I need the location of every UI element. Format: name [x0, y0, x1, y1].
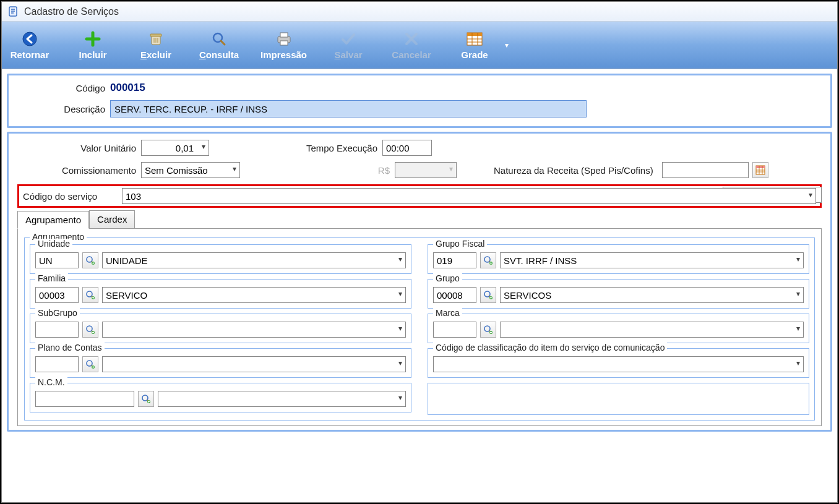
search-plus-icon: [483, 255, 493, 265]
svg-point-14: [87, 291, 92, 297]
tab-agrupamento[interactable]: Agrupamento: [17, 211, 89, 229]
excluir-button[interactable]: Excluir: [134, 30, 178, 60]
search-plus-icon: [85, 255, 95, 265]
familia-group: Familia: [30, 279, 411, 309]
valor-unitario-input[interactable]: [141, 140, 209, 156]
grupo-lookup-button[interactable]: [480, 287, 496, 303]
ncm-legend: N.C.M.: [35, 377, 67, 387]
plano-contas-legend: Plano de Contas: [35, 343, 105, 352]
svg-point-18: [87, 361, 92, 366]
codigo-label: Código: [17, 83, 110, 93]
subgrupo-group: SubGrupo: [30, 314, 411, 343]
plano-contas-code-input[interactable]: [35, 356, 79, 372]
window-title: Cadastro de Serviços: [24, 6, 119, 17]
retornar-button[interactable]: Retornar: [8, 30, 51, 60]
tempo-execucao-input[interactable]: [382, 140, 432, 156]
subgrupo-code-input[interactable]: [35, 322, 79, 338]
svg-point-20: [142, 395, 148, 401]
subgrupo-lookup-button[interactable]: [82, 322, 98, 338]
familia-code-input[interactable]: [35, 287, 79, 303]
natureza-input[interactable]: [662, 162, 749, 178]
cod-classif-select[interactable]: [433, 356, 804, 372]
comissionamento-label: Comissionamento: [17, 165, 141, 176]
grupo-fiscal-desc-select[interactable]: [500, 252, 804, 268]
marca-desc-select[interactable]: [500, 322, 804, 338]
grupo-code-input[interactable]: [433, 287, 476, 303]
rs-label: R$: [240, 165, 395, 176]
plano-contas-lookup-button[interactable]: [82, 356, 98, 372]
header-panel: Código 000015 Descrição: [7, 74, 832, 128]
svg-rect-7: [280, 41, 288, 45]
grupo-fiscal-code-input[interactable]: [433, 252, 476, 268]
salvar-button: Salvar: [327, 30, 370, 60]
svg-rect-9: [467, 33, 482, 36]
empty-group: [428, 383, 809, 415]
valor-unitario-label: Valor Unitário: [17, 143, 141, 153]
tempo-execucao-label: Tempo Execução: [209, 143, 382, 153]
comissionamento-select[interactable]: [141, 162, 240, 178]
codigo-servico-label: Código do serviço: [23, 191, 122, 202]
tab-cardex[interactable]: Cardex: [89, 210, 135, 228]
content: Código 000015 Descrição Valor Unitário T…: [2, 69, 837, 440]
marca-group: Marca: [428, 314, 809, 343]
unidade-desc-select[interactable]: [102, 252, 406, 268]
ncm-code-input[interactable]: [35, 391, 134, 407]
app-icon: [8, 6, 19, 17]
toolbar: Retornar Incluir Excluir Consulta Impres…: [2, 22, 837, 69]
codigo-servico-select[interactable]: [122, 188, 816, 204]
natureza-lookup-button[interactable]: [752, 162, 768, 178]
back-icon: [21, 30, 38, 48]
grade-button[interactable]: Grade: [453, 30, 496, 60]
search-icon: [210, 30, 228, 48]
svg-point-22: [484, 257, 490, 262]
ncm-desc-select[interactable]: [158, 391, 406, 407]
plano-contas-desc-select[interactable]: [102, 356, 406, 372]
marca-code-input[interactable]: [433, 322, 476, 338]
descricao-label: Descrição: [17, 104, 110, 114]
svg-point-12: [87, 257, 92, 262]
ncm-lookup-button[interactable]: [138, 391, 154, 407]
svg-point-26: [484, 326, 490, 331]
natureza-label: Natureza da Receita (Sped Pis/Cofins): [457, 165, 658, 176]
search-plus-icon: [483, 290, 493, 300]
svg-point-16: [87, 326, 92, 331]
trash-icon: [147, 30, 165, 48]
subgrupo-legend: SubGrupo: [35, 308, 80, 318]
descricao-input[interactable]: [110, 100, 587, 117]
cod-classif-legend: Código de classificação do item do servi…: [433, 343, 667, 352]
x-icon: [403, 30, 420, 48]
rs-select: [395, 162, 457, 178]
familia-desc-select[interactable]: [102, 287, 406, 303]
incluir-button[interactable]: Incluir: [71, 30, 114, 60]
search-plus-icon: [141, 394, 151, 404]
marca-lookup-button[interactable]: [480, 322, 496, 338]
subgrupo-desc-select[interactable]: [102, 322, 406, 338]
grupo-legend: Grupo: [433, 273, 462, 283]
search-plus-icon: [85, 325, 95, 335]
plus-icon: [84, 30, 101, 48]
unidade-lookup-button[interactable]: [82, 252, 98, 268]
unidade-group: Unidade: [30, 244, 411, 274]
search-plus-icon: [85, 359, 95, 369]
svg-rect-11: [756, 166, 765, 168]
familia-lookup-button[interactable]: [82, 287, 98, 303]
grupo-fiscal-lookup-button[interactable]: [480, 252, 496, 268]
grupo-group: Grupo: [428, 279, 809, 309]
grupo-desc-select[interactable]: [500, 287, 804, 303]
svg-rect-3: [150, 34, 161, 36]
tab-body: Agrupamento Unidade: [17, 228, 822, 426]
titlebar: Cadastro de Serviços: [2, 2, 837, 22]
agrupamento-fieldset: Agrupamento Unidade: [24, 237, 815, 421]
check-icon: [340, 30, 357, 48]
grupo-fiscal-group: Grupo Fiscal: [428, 244, 809, 274]
cancelar-button: Cancelar: [390, 30, 433, 60]
impressao-button[interactable]: Impressão: [260, 30, 307, 60]
svg-point-1: [23, 32, 37, 46]
plano-contas-group: Plano de Contas: [30, 348, 411, 378]
unidade-code-input[interactable]: [35, 252, 79, 268]
svg-rect-6: [280, 33, 288, 37]
consulta-button[interactable]: Consulta: [197, 30, 241, 60]
marca-legend: Marca: [433, 308, 462, 318]
svg-point-24: [484, 291, 490, 297]
toolbar-more-arrow-icon[interactable]: ▾: [505, 41, 509, 49]
